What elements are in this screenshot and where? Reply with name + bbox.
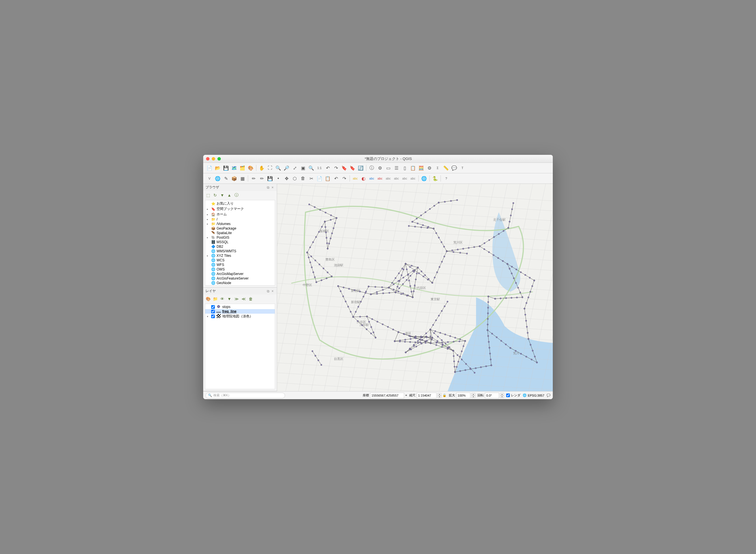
minimize-icon[interactable]	[212, 157, 215, 161]
add-vector-icon[interactable]: V	[206, 174, 213, 182]
layer-filter-icon[interactable]: ▼	[226, 296, 232, 302]
browser-item[interactable]: ▸🐘PostGIS	[205, 235, 275, 240]
label-single-icon[interactable]: abc	[351, 174, 359, 182]
browser-item[interactable]: 🔷DB2	[205, 244, 275, 249]
pan-to-selection-icon[interactable]: ⛶	[266, 164, 274, 172]
browser-item[interactable]: 🌐GeoNode	[205, 281, 275, 285]
panel-undock-icon[interactable]: ⧉	[266, 185, 270, 189]
close-icon[interactable]	[206, 157, 210, 161]
layer-addgroup-icon[interactable]: 📁	[212, 296, 218, 302]
layer-item[interactable]: freq_line	[205, 309, 275, 314]
browser-item[interactable]: 🗄️MSSQL	[205, 240, 275, 244]
select-by-value-icon[interactable]: ☰	[392, 164, 400, 172]
toolbox-icon[interactable]: ⚙	[426, 164, 433, 172]
deselect-icon[interactable]: ▯	[401, 164, 409, 172]
browser-item[interactable]: 🪶SpatiaLite	[205, 231, 275, 235]
add-feature-icon[interactable]: •	[274, 174, 282, 182]
delete-selected-icon[interactable]: 🗑	[299, 174, 307, 182]
metasearch-icon[interactable]: 🌐	[420, 174, 428, 182]
browser-refresh-icon[interactable]: ↻	[212, 192, 218, 198]
scale-input[interactable]	[417, 393, 437, 398]
identify-icon[interactable]: ⓘ	[368, 164, 376, 172]
browser-item[interactable]: 🌐WFS	[205, 263, 275, 267]
save-project-icon[interactable]: 💾	[222, 164, 230, 172]
label-pin-icon[interactable]: abc	[376, 174, 384, 182]
maximize-icon[interactable]	[217, 157, 221, 161]
zoom-in-icon[interactable]: 🔍	[274, 164, 282, 172]
style-manager-icon[interactable]: 🎨	[247, 164, 255, 172]
browser-filter-icon[interactable]: ▼	[219, 192, 225, 198]
search-input[interactable]: 🔍 検索（⌘K）	[206, 393, 285, 398]
browser-properties-icon[interactable]: ⓘ	[233, 192, 239, 198]
statistics-icon[interactable]: Σ	[434, 164, 442, 172]
panel-close-icon[interactable]: ×	[271, 289, 275, 293]
select-features-icon[interactable]: ▭	[384, 164, 392, 172]
text-annotation-icon[interactable]: T	[458, 164, 467, 172]
help-icon[interactable]: ?	[442, 174, 450, 182]
layer-checkbox[interactable]	[211, 310, 215, 313]
show-bookmarks-icon[interactable]: 🔖	[348, 164, 357, 172]
browser-item[interactable]: ▸🔖空間ブックマーク	[205, 206, 275, 212]
browser-item[interactable]: ▸🌐XYZ Tiles	[205, 254, 275, 258]
browser-item[interactable]: 🌐ArcGisFeatureServer	[205, 276, 275, 281]
layer-visibility-icon[interactable]: 👁	[219, 296, 225, 302]
layer-remove-icon[interactable]: 🗑	[248, 296, 254, 302]
browser-item[interactable]: ⭐お気に入り	[205, 201, 275, 206]
scale-spinner[interactable]: ▲▼	[438, 393, 441, 398]
layer-collapse-icon[interactable]: ≪	[240, 296, 247, 302]
rotation-input[interactable]	[485, 393, 499, 398]
save-edits-icon[interactable]: 💾	[266, 174, 274, 182]
new-bookmark-icon[interactable]: 🔖	[340, 164, 348, 172]
browser-add-icon[interactable]: ⬚	[205, 192, 211, 198]
panel-undock-icon[interactable]: ⧉	[266, 289, 270, 293]
layer-expand-icon[interactable]: ≫	[233, 296, 239, 302]
layer-style-icon[interactable]: 🎨	[205, 296, 211, 302]
browser-item[interactable]: ▸🏠ホーム	[205, 212, 275, 217]
browser-item[interactable]: 📦GeoPackage	[205, 226, 275, 231]
field-calc-icon[interactable]: 🧮	[417, 164, 425, 172]
move-feature-icon[interactable]: ✥	[282, 174, 290, 182]
node-tool-icon[interactable]: ⬡	[291, 174, 299, 182]
redo-icon[interactable]: ↷	[340, 174, 348, 182]
browser-collapse-icon[interactable]: ▲	[226, 192, 232, 198]
zoom-out-icon[interactable]: 🔎	[282, 164, 290, 172]
diagram-icon[interactable]: ◐	[360, 174, 368, 182]
label-rotate-icon[interactable]: abc	[401, 174, 409, 182]
new-print-layout-icon[interactable]: 🗺️	[230, 164, 238, 172]
browser-tree[interactable]: ⭐お気に入り▸🔖空間ブックマーク▸🏠ホーム▸📁/▸📁/Volumes📦GeoPa…	[205, 200, 275, 285]
layer-item[interactable]: stops	[205, 304, 275, 309]
attribute-table-icon[interactable]: 📋	[409, 164, 417, 172]
render-checkbox[interactable]	[506, 393, 510, 397]
label-change-icon[interactable]: abc	[409, 174, 417, 182]
zoom-native-icon[interactable]: 1:1	[316, 164, 323, 172]
browser-item[interactable]: 🌐WCS	[205, 258, 275, 263]
label-show-hide-icon[interactable]: abc	[384, 174, 392, 182]
cut-icon[interactable]: ✂	[307, 174, 315, 182]
label-highlight-icon[interactable]: abc	[368, 174, 376, 182]
coord-input[interactable]	[370, 393, 404, 398]
label-move-icon[interactable]: abc	[392, 174, 400, 182]
layout-manager-icon[interactable]: 🗂️	[238, 164, 247, 172]
map-canvas[interactable]: 板橋区豊島区中野区新宿区千代田区港区目黒区渋谷区荒川区北千住駅池袋駅新宿駅渋谷駅…	[277, 184, 553, 391]
layer-item[interactable]: ▾地理院地図（淡色）	[205, 314, 275, 319]
layer-checkbox[interactable]	[211, 305, 215, 309]
messages-icon[interactable]: 💬	[546, 393, 550, 397]
zoom-last-icon[interactable]: ↶	[324, 164, 332, 172]
refresh-icon[interactable]: 🔄	[357, 164, 365, 172]
python-console-icon[interactable]: 🐍	[431, 174, 439, 182]
current-edits-icon[interactable]: ✏	[250, 174, 258, 182]
panel-close-icon[interactable]: ×	[271, 185, 275, 189]
new-memory-icon[interactable]: ▦	[238, 174, 247, 182]
map-tips-icon[interactable]: 💬	[450, 164, 458, 172]
action-icon[interactable]: ⚙	[376, 164, 384, 172]
rotation-spinner[interactable]: ▲▼	[500, 393, 504, 398]
crs-field[interactable]: 🌐 EPSG:3857	[523, 393, 544, 397]
browser-item[interactable]: 🌐OWS	[205, 267, 275, 272]
zoom-next-icon[interactable]: ↷	[332, 164, 340, 172]
measure-icon[interactable]: 📏	[442, 164, 450, 172]
magnifier-spinner[interactable]: ▲▼	[472, 393, 475, 398]
new-project-icon[interactable]: 📄	[206, 164, 213, 172]
layers-tree[interactable]: stopsfreq_line▾地理院地図（淡色）	[205, 304, 275, 389]
browser-item[interactable]: ▸📁/Volumes	[205, 222, 275, 226]
new-shapefile-icon[interactable]: ✎	[222, 174, 230, 182]
